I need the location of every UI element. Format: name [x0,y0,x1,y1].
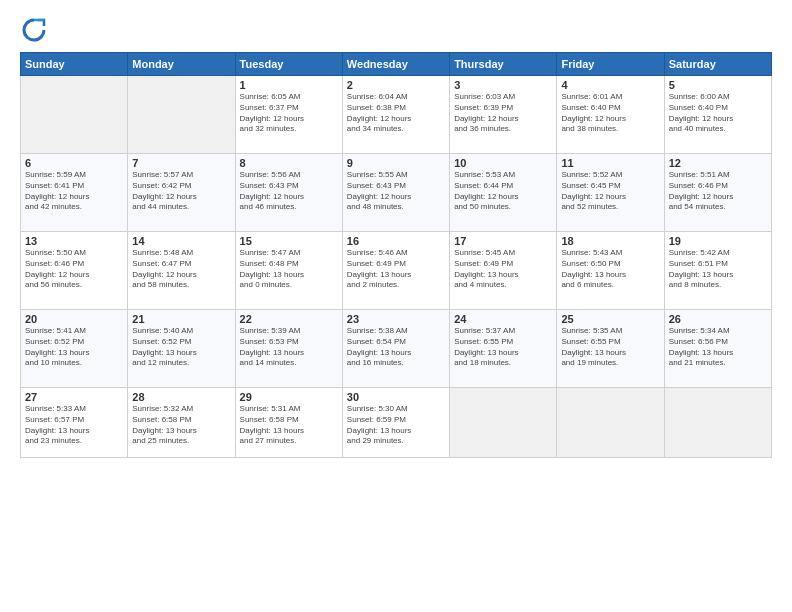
day-info: Sunrise: 5:47 AM Sunset: 6:48 PM Dayligh… [240,248,338,291]
day-number: 13 [25,235,123,247]
calendar-cell: 7Sunrise: 5:57 AM Sunset: 6:42 PM Daylig… [128,154,235,232]
calendar-day-header: Monday [128,53,235,76]
calendar-cell [557,388,664,458]
calendar-cell: 29Sunrise: 5:31 AM Sunset: 6:58 PM Dayli… [235,388,342,458]
day-info: Sunrise: 5:30 AM Sunset: 6:59 PM Dayligh… [347,404,445,447]
day-number: 10 [454,157,552,169]
calendar-cell: 8Sunrise: 5:56 AM Sunset: 6:43 PM Daylig… [235,154,342,232]
calendar-cell: 2Sunrise: 6:04 AM Sunset: 6:38 PM Daylig… [342,76,449,154]
day-number: 26 [669,313,767,325]
logo [20,16,52,44]
calendar-cell [21,76,128,154]
day-number: 27 [25,391,123,403]
day-number: 23 [347,313,445,325]
day-info: Sunrise: 5:59 AM Sunset: 6:41 PM Dayligh… [25,170,123,213]
calendar-day-header: Friday [557,53,664,76]
calendar-cell: 22Sunrise: 5:39 AM Sunset: 6:53 PM Dayli… [235,310,342,388]
day-info: Sunrise: 5:50 AM Sunset: 6:46 PM Dayligh… [25,248,123,291]
calendar-day-header: Tuesday [235,53,342,76]
day-info: Sunrise: 5:34 AM Sunset: 6:56 PM Dayligh… [669,326,767,369]
day-info: Sunrise: 5:33 AM Sunset: 6:57 PM Dayligh… [25,404,123,447]
calendar-cell: 14Sunrise: 5:48 AM Sunset: 6:47 PM Dayli… [128,232,235,310]
day-number: 9 [347,157,445,169]
day-info: Sunrise: 5:31 AM Sunset: 6:58 PM Dayligh… [240,404,338,447]
calendar-header-row: SundayMondayTuesdayWednesdayThursdayFrid… [21,53,772,76]
day-info: Sunrise: 5:41 AM Sunset: 6:52 PM Dayligh… [25,326,123,369]
calendar-cell: 18Sunrise: 5:43 AM Sunset: 6:50 PM Dayli… [557,232,664,310]
calendar-cell: 6Sunrise: 5:59 AM Sunset: 6:41 PM Daylig… [21,154,128,232]
day-info: Sunrise: 6:03 AM Sunset: 6:39 PM Dayligh… [454,92,552,135]
day-number: 16 [347,235,445,247]
day-number: 19 [669,235,767,247]
calendar-cell: 21Sunrise: 5:40 AM Sunset: 6:52 PM Dayli… [128,310,235,388]
day-info: Sunrise: 5:57 AM Sunset: 6:42 PM Dayligh… [132,170,230,213]
calendar-cell: 27Sunrise: 5:33 AM Sunset: 6:57 PM Dayli… [21,388,128,458]
page: SundayMondayTuesdayWednesdayThursdayFrid… [0,0,792,612]
day-number: 4 [561,79,659,91]
calendar-cell: 16Sunrise: 5:46 AM Sunset: 6:49 PM Dayli… [342,232,449,310]
calendar-cell: 4Sunrise: 6:01 AM Sunset: 6:40 PM Daylig… [557,76,664,154]
calendar-cell [664,388,771,458]
calendar-cell: 20Sunrise: 5:41 AM Sunset: 6:52 PM Dayli… [21,310,128,388]
calendar-cell: 25Sunrise: 5:35 AM Sunset: 6:55 PM Dayli… [557,310,664,388]
calendar-cell: 15Sunrise: 5:47 AM Sunset: 6:48 PM Dayli… [235,232,342,310]
calendar-cell [128,76,235,154]
day-number: 30 [347,391,445,403]
day-number: 22 [240,313,338,325]
day-info: Sunrise: 6:00 AM Sunset: 6:40 PM Dayligh… [669,92,767,135]
calendar-day-header: Saturday [664,53,771,76]
calendar-cell: 23Sunrise: 5:38 AM Sunset: 6:54 PM Dayli… [342,310,449,388]
day-info: Sunrise: 5:35 AM Sunset: 6:55 PM Dayligh… [561,326,659,369]
day-info: Sunrise: 6:01 AM Sunset: 6:40 PM Dayligh… [561,92,659,135]
calendar-day-header: Sunday [21,53,128,76]
day-info: Sunrise: 6:05 AM Sunset: 6:37 PM Dayligh… [240,92,338,135]
calendar-cell: 1Sunrise: 6:05 AM Sunset: 6:37 PM Daylig… [235,76,342,154]
day-info: Sunrise: 6:04 AM Sunset: 6:38 PM Dayligh… [347,92,445,135]
day-number: 3 [454,79,552,91]
day-info: Sunrise: 5:37 AM Sunset: 6:55 PM Dayligh… [454,326,552,369]
calendar-day-header: Thursday [450,53,557,76]
calendar-table: SundayMondayTuesdayWednesdayThursdayFrid… [20,52,772,458]
calendar-cell: 13Sunrise: 5:50 AM Sunset: 6:46 PM Dayli… [21,232,128,310]
calendar-cell: 12Sunrise: 5:51 AM Sunset: 6:46 PM Dayli… [664,154,771,232]
calendar-cell: 11Sunrise: 5:52 AM Sunset: 6:45 PM Dayli… [557,154,664,232]
day-number: 20 [25,313,123,325]
day-number: 29 [240,391,338,403]
day-info: Sunrise: 5:39 AM Sunset: 6:53 PM Dayligh… [240,326,338,369]
day-info: Sunrise: 5:32 AM Sunset: 6:58 PM Dayligh… [132,404,230,447]
day-number: 24 [454,313,552,325]
day-number: 17 [454,235,552,247]
day-info: Sunrise: 5:42 AM Sunset: 6:51 PM Dayligh… [669,248,767,291]
day-number: 18 [561,235,659,247]
calendar-cell: 9Sunrise: 5:55 AM Sunset: 6:43 PM Daylig… [342,154,449,232]
day-number: 25 [561,313,659,325]
day-number: 28 [132,391,230,403]
day-number: 12 [669,157,767,169]
day-info: Sunrise: 5:45 AM Sunset: 6:49 PM Dayligh… [454,248,552,291]
day-info: Sunrise: 5:40 AM Sunset: 6:52 PM Dayligh… [132,326,230,369]
day-number: 7 [132,157,230,169]
day-number: 15 [240,235,338,247]
day-number: 14 [132,235,230,247]
day-info: Sunrise: 5:56 AM Sunset: 6:43 PM Dayligh… [240,170,338,213]
day-number: 2 [347,79,445,91]
calendar-day-header: Wednesday [342,53,449,76]
calendar-cell: 30Sunrise: 5:30 AM Sunset: 6:59 PM Dayli… [342,388,449,458]
day-info: Sunrise: 5:51 AM Sunset: 6:46 PM Dayligh… [669,170,767,213]
day-number: 5 [669,79,767,91]
day-info: Sunrise: 5:38 AM Sunset: 6:54 PM Dayligh… [347,326,445,369]
calendar-cell: 26Sunrise: 5:34 AM Sunset: 6:56 PM Dayli… [664,310,771,388]
day-number: 11 [561,157,659,169]
calendar-cell: 19Sunrise: 5:42 AM Sunset: 6:51 PM Dayli… [664,232,771,310]
day-info: Sunrise: 5:43 AM Sunset: 6:50 PM Dayligh… [561,248,659,291]
day-info: Sunrise: 5:48 AM Sunset: 6:47 PM Dayligh… [132,248,230,291]
calendar-cell: 10Sunrise: 5:53 AM Sunset: 6:44 PM Dayli… [450,154,557,232]
day-number: 8 [240,157,338,169]
calendar-cell: 28Sunrise: 5:32 AM Sunset: 6:58 PM Dayli… [128,388,235,458]
day-number: 21 [132,313,230,325]
day-info: Sunrise: 5:53 AM Sunset: 6:44 PM Dayligh… [454,170,552,213]
calendar-cell: 5Sunrise: 6:00 AM Sunset: 6:40 PM Daylig… [664,76,771,154]
header [20,16,772,44]
logo-icon [20,16,48,44]
day-info: Sunrise: 5:55 AM Sunset: 6:43 PM Dayligh… [347,170,445,213]
